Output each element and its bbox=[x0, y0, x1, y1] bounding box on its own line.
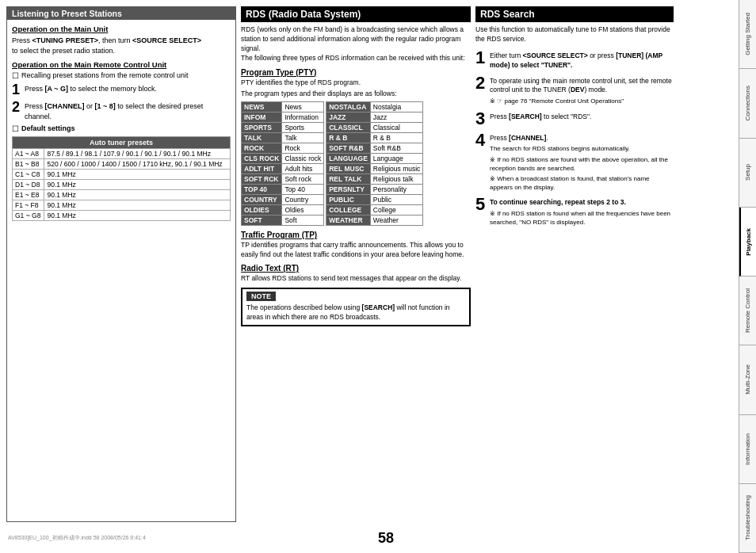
rds-step-text-4: Press [CHANNEL]. bbox=[490, 132, 674, 143]
pty-display-cell: Religious talk bbox=[370, 174, 423, 185]
pty-name-cell: REL MUSC bbox=[326, 164, 371, 174]
left-column: Listening to Preset Stations Operation o… bbox=[6, 6, 236, 522]
tab-label: Connections bbox=[744, 86, 752, 120]
left-col-title: Listening to Preset Stations bbox=[7, 7, 235, 20]
pty-row: NOSTALGANostalgia bbox=[326, 102, 423, 113]
rds-step-1: 1 Either turn <SOURCE SELECT> or press [… bbox=[475, 49, 674, 71]
bottom-area: AV8530[EU_100_初稿作成中.indd 58 2008/05/26 8… bbox=[6, 525, 735, 547]
pty-row: CLASSICLClassical bbox=[326, 123, 423, 133]
main-content: Listening to Preset Stations Operation o… bbox=[0, 0, 739, 553]
rds-step-num-2: 2 bbox=[475, 74, 487, 106]
pty-name-cell: TOP 40 bbox=[242, 185, 282, 195]
note-label: NOTE bbox=[246, 292, 276, 301]
table-row: C1 ~ C890.1 MHz bbox=[13, 170, 231, 180]
rt-desc: RT allows RDS stations to send text mess… bbox=[241, 274, 471, 284]
pty-name-cell: WEATHER bbox=[326, 215, 371, 226]
rds-step-text-2: To operate using the main remote control… bbox=[490, 74, 674, 96]
table-row: G1 ~ G890.1 MHz bbox=[13, 211, 231, 221]
pty-name-cell: ROCK bbox=[242, 143, 282, 154]
tab-label: Multi-Zone bbox=[744, 364, 752, 395]
pty-name-cell: PERSNLTY bbox=[326, 185, 371, 195]
step-text-1: Press [A ~ G] to select the memory block… bbox=[25, 82, 157, 97]
pty-display-cell: Top 40 bbox=[282, 185, 324, 195]
pty-display-cell: Religious music bbox=[370, 164, 423, 174]
sidebar-tab-connections[interactable]: Connections bbox=[739, 69, 756, 138]
tab-label: Playback bbox=[745, 228, 753, 256]
pty-name-cell: CLASSICL bbox=[326, 123, 371, 133]
pty-display-cell: Soft bbox=[282, 215, 324, 226]
pty-display-cell: Public bbox=[370, 195, 423, 205]
pty-name-cell: SOFT R&B bbox=[326, 143, 371, 154]
pty-name-cell: SOFT RCK bbox=[242, 174, 282, 185]
pty-row: REL TALKReligious talk bbox=[326, 174, 423, 185]
pty-row: COUNTRYCountry bbox=[242, 195, 324, 205]
pty-display-cell: Soft R&B bbox=[370, 143, 423, 154]
sidebar-tab-multi-zone[interactable]: Multi-Zone bbox=[739, 345, 756, 414]
pty-display-cell: Rock bbox=[282, 143, 324, 154]
table-header: Auto tuner presets bbox=[13, 137, 231, 149]
pty-name-cell: SPORTS bbox=[242, 123, 282, 133]
pty-table-left: NEWSNewsINFOMInformationSPORTSSportsTALK… bbox=[241, 101, 324, 226]
pty-name-cell: OLDIES bbox=[242, 205, 282, 215]
operation-main-instruction: Press <TUNING PRESET>, then turn <SOURCE… bbox=[12, 36, 231, 55]
table-cell-range: E1 ~ E8 bbox=[13, 190, 44, 200]
sidebar-tab-remote-control[interactable]: Remote Control bbox=[739, 276, 756, 345]
pty-row: LANGUAGELanguage bbox=[326, 154, 423, 164]
pty-desc2: The program types and their displays are… bbox=[241, 90, 471, 99]
pty-row: NEWSNews bbox=[242, 102, 324, 113]
tab-label: Information bbox=[744, 433, 752, 465]
tab-label: Troubleshooting bbox=[744, 495, 752, 540]
rds-step-5: 5 To continue searching, repeat steps 2 … bbox=[475, 196, 674, 227]
sidebar-tab-getting-started[interactable]: Getting Started bbox=[739, 0, 756, 69]
pty-display-cell: Soft rock bbox=[282, 174, 324, 185]
operation-remote-subtitle: Operation on the Main Remote Control Uni… bbox=[12, 60, 231, 69]
tab-label: Setup bbox=[744, 164, 752, 181]
step-text-2: Press [CHANNEL] or [1 ~ 8] to select the… bbox=[25, 100, 231, 121]
rds-step-2: 2 To operate using the main remote contr… bbox=[475, 74, 674, 106]
auto-tuner-table: Auto tuner presets A1 ~ A887.5 / 89.1 / … bbox=[12, 136, 231, 221]
pty-name-cell: R & B bbox=[326, 133, 371, 143]
pty-row: REL MUSCReligious music bbox=[326, 164, 423, 174]
pty-table-right: NOSTALGANostalgiaJAZZJazzCLASSICLClassic… bbox=[326, 101, 423, 226]
table-cell-value: 90.1 MHz bbox=[44, 190, 231, 200]
sidebar-tab-playback[interactable]: Playback bbox=[739, 208, 756, 276]
pty-name-cell: CLS ROCK bbox=[242, 154, 282, 164]
sidebar-tab-information[interactable]: Information bbox=[739, 415, 756, 484]
sidebar-tab-troubleshooting[interactable]: Troubleshooting bbox=[739, 484, 756, 553]
note-box: NOTE The operations described below usin… bbox=[241, 288, 471, 326]
pty-row: SPORTSSports bbox=[242, 123, 324, 133]
table-cell-value: 520 / 600 / 1000 / 1400 / 1500 / 1710 kH… bbox=[44, 159, 231, 170]
page-number: 58 bbox=[378, 530, 394, 547]
table-row: E1 ~ E890.1 MHz bbox=[13, 190, 231, 200]
step-num-2: 2 bbox=[12, 100, 21, 121]
traffic-desc: TP identifies programs that carry traffi… bbox=[241, 241, 471, 260]
note-text: The operations described below using [SE… bbox=[246, 303, 465, 322]
pty-name-cell: NEWS bbox=[242, 102, 282, 113]
step-1: 1 Press [A ~ G] to select the memory blo… bbox=[12, 82, 231, 97]
operation-main-subtitle: Operation on the Main Unit bbox=[12, 25, 231, 33]
pty-name-cell: LANGUAGE bbox=[326, 154, 371, 164]
pty-name-cell: INFOM bbox=[242, 113, 282, 123]
print-info: AV8530[EU_100_初稿作成中.indd 58 2008/05/26 8… bbox=[6, 532, 147, 543]
pty-row: R & BR & B bbox=[326, 133, 423, 143]
checkbox-label-1: Recalling preset stations from the remot… bbox=[21, 71, 189, 80]
pty-display-cell: Nostalgia bbox=[370, 102, 423, 113]
tab-label: Remote Control bbox=[744, 288, 752, 333]
table-cell-value: 90.1 MHz bbox=[44, 170, 231, 180]
default-settings-title: Default settings bbox=[21, 124, 75, 132]
rds-step-num-1: 1 bbox=[475, 49, 487, 71]
table-row: D1 ~ D890.1 MHz bbox=[13, 180, 231, 190]
sidebar-tab-setup[interactable]: Setup bbox=[739, 139, 756, 208]
pty-name-cell: SOFT bbox=[242, 215, 282, 226]
table-cell-range: F1 ~ F8 bbox=[13, 200, 44, 211]
pty-row: ROCKRock bbox=[242, 143, 324, 154]
table-row: B1 ~ B8520 / 600 / 1000 / 1400 / 1500 / … bbox=[13, 159, 231, 170]
mid-column: RDS (Radio Data System) RDS (works only … bbox=[241, 6, 471, 522]
table-row: F1 ~ F890.1 MHz bbox=[13, 200, 231, 211]
table-cell-value: 87.5 / 89.1 / 98.1 / 107.9 / 90.1 / 90.1… bbox=[44, 149, 231, 159]
table-row: A1 ~ A887.5 / 89.1 / 98.1 / 107.9 / 90.1… bbox=[13, 149, 231, 159]
rds-search-title: RDS Search bbox=[475, 6, 674, 22]
pty-desc1: PTY identifies the type of RDS program. bbox=[241, 78, 471, 88]
pty-row: ADLT HITAdult hits bbox=[242, 164, 324, 174]
rds-step-num-4: 4 bbox=[475, 132, 487, 193]
